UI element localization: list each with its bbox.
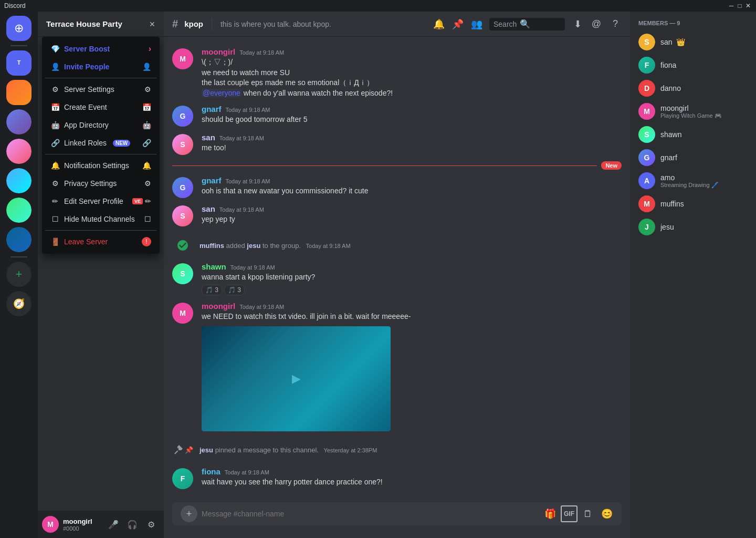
privacy-icon-right: ⚙ bbox=[144, 179, 151, 188]
member-item-shawn[interactable]: S shawn bbox=[634, 123, 752, 146]
app-dir-icon: 🤖 bbox=[50, 120, 60, 130]
message-time: Today at 9:18 AM bbox=[226, 107, 270, 113]
server-header[interactable]: Terrace House Party ✕ bbox=[38, 12, 164, 37]
deafen-button[interactable]: 🎧 bbox=[124, 516, 141, 533]
message-time: Today at 9:18 AM bbox=[225, 469, 269, 475]
member-avatar-moongirl: M bbox=[638, 103, 655, 120]
sticker-icon[interactable]: 🗒 bbox=[580, 505, 596, 522]
mention-everyone: @everyone bbox=[202, 89, 242, 97]
event-icon: 📅 bbox=[50, 102, 60, 112]
member-info-moongirl: moongirl Playing Witch Game 🎮 bbox=[660, 104, 748, 119]
settings-icon-right: ⚙ bbox=[144, 85, 151, 94]
message-group: S san Today at 9:18 AM yep yep ty bbox=[164, 202, 630, 229]
bell-icon[interactable]: 🔔 bbox=[433, 18, 445, 30]
member-item-san[interactable]: S san 👑 bbox=[634, 30, 752, 54]
pin-icon[interactable]: 📌 bbox=[452, 18, 464, 30]
message-text: should be good tomorrow after 5 bbox=[202, 115, 622, 125]
add-server-button[interactable]: + bbox=[6, 262, 32, 287]
member-item-gnarf[interactable]: G gnarf bbox=[634, 146, 752, 169]
dropdown-divider-2 bbox=[45, 154, 156, 154]
maximize-button[interactable]: □ bbox=[736, 2, 743, 9]
message-author: moongirl bbox=[202, 302, 235, 311]
member-item-muffins[interactable]: M muffins bbox=[634, 192, 752, 215]
close-button[interactable]: ✕ bbox=[744, 2, 752, 9]
video-embed[interactable]: ▶ bbox=[202, 326, 391, 431]
server-name: Terrace House Party bbox=[46, 19, 122, 28]
system-actor2: jesu bbox=[247, 242, 260, 250]
channel-sidebar: Terrace House Party ✕ 💎 Server Boost › 👤… bbox=[38, 12, 164, 538]
member-info-gnarf: gnarf bbox=[660, 153, 748, 162]
member-item-amo[interactable]: A amo Streaming Drawing 🖊️ bbox=[634, 169, 752, 192]
help-icon[interactable]: ? bbox=[609, 18, 622, 30]
server-icon-5[interactable] bbox=[6, 198, 32, 223]
members-icon[interactable]: 👥 bbox=[470, 18, 483, 30]
message-text-4: @everyone when do y'all wanna watch the … bbox=[202, 88, 622, 99]
dropdown-item-privacy-settings[interactable]: ⚙ Privacy Settings ⚙ bbox=[45, 174, 156, 192]
titlebar: Discord ─ □ ✕ bbox=[0, 0, 756, 12]
member-info-jesu: jesu bbox=[660, 223, 748, 231]
member-item-jesu[interactable]: J jesu bbox=[634, 215, 752, 239]
member-item-fiona[interactable]: F fiona bbox=[634, 54, 752, 77]
message-input[interactable] bbox=[202, 504, 538, 523]
dropdown-item-app-directory[interactable]: 🤖 App Directory 🤖 bbox=[45, 116, 156, 134]
gift-icon[interactable]: 🎁 bbox=[542, 505, 559, 522]
gif-icon[interactable]: GIF bbox=[561, 505, 578, 522]
server-icon-3[interactable] bbox=[6, 139, 32, 164]
dropdown-item-privacy-label: Privacy Settings bbox=[64, 179, 117, 188]
dropdown-item-hide-label: Hide Muted Channels bbox=[64, 215, 135, 223]
message-content: shawn Today at 9:18 AM wanna start a kpo… bbox=[202, 262, 622, 295]
member-avatar-danno: D bbox=[638, 80, 655, 97]
server-icon-4[interactable] bbox=[6, 168, 32, 193]
message-group: F fiona Today at 9:18 AM wait have you s… bbox=[164, 465, 630, 491]
reaction-2[interactable]: 🎵 3 bbox=[224, 285, 245, 295]
chat-header: # kpop this is where you talk. about kpo… bbox=[164, 12, 630, 37]
dropdown-item-notification-settings[interactable]: 🔔 Notification Settings 🔔 bbox=[45, 157, 156, 174]
system-time: Today at 9:18 AM bbox=[306, 243, 351, 249]
message-content: san Today at 9:18 AM me too! bbox=[202, 133, 622, 155]
member-item-danno[interactable]: D danno bbox=[634, 77, 752, 100]
user-info: moongirl #0000 bbox=[63, 518, 101, 532]
dropdown-item-linked-roles[interactable]: 🔗 Linked Roles NEW 🔗 bbox=[45, 134, 156, 152]
message-content: moongirl Today at 9:18 AM we NEED to wat… bbox=[202, 302, 622, 431]
dropdown-item-hide-muted[interactable]: ☐ Hide Muted Channels ☐ bbox=[45, 210, 156, 228]
member-avatar-gnarf: G bbox=[638, 149, 655, 166]
mute-button[interactable]: 🎤 bbox=[105, 516, 122, 533]
hide-muted-icon: ☐ bbox=[50, 214, 60, 224]
window-controls[interactable]: ─ □ ✕ bbox=[728, 2, 752, 9]
message-time: Today at 9:18 AM bbox=[239, 49, 284, 56]
user-controls: 🎤 🎧 ⚙ bbox=[105, 516, 160, 533]
dropdown-item-server-boost[interactable]: 💎 Server Boost › bbox=[45, 40, 156, 58]
add-attachment-button[interactable]: + bbox=[181, 505, 197, 522]
message-author: fiona bbox=[202, 467, 220, 476]
server-icon-6[interactable] bbox=[6, 227, 32, 252]
dropdown-item-create-event[interactable]: 📅 Create Event 📅 bbox=[45, 98, 156, 116]
emoji-icon[interactable]: 😊 bbox=[598, 505, 615, 522]
server-icon-2[interactable] bbox=[6, 109, 32, 134]
dropdown-item-edit-profile[interactable]: ✏ Edit Server Profile VE ✏ bbox=[45, 192, 156, 210]
members-sidebar: MEMBERS — 9 S san 👑 F fiona D bbox=[630, 12, 756, 538]
inbox-icon[interactable]: ⬇ bbox=[571, 18, 584, 30]
server-icon-1[interactable] bbox=[6, 80, 32, 105]
notif-icon-right: 🔔 bbox=[142, 161, 151, 170]
dropdown-item-leave-server[interactable]: 🚪 Leave Server ! bbox=[45, 233, 156, 251]
avatar: G bbox=[172, 106, 193, 127]
user-settings-button[interactable]: ⚙ bbox=[143, 516, 160, 533]
header-divider bbox=[212, 18, 212, 30]
mention-icon[interactable]: @ bbox=[590, 18, 603, 30]
message-group: G gnarf Today at 9:18 AM should be good … bbox=[164, 102, 630, 129]
reaction-1[interactable]: 🎵 3 bbox=[202, 285, 222, 295]
dropdown-item-server-settings[interactable]: ⚙ Server Settings ⚙ bbox=[45, 80, 156, 98]
chat-input-box: + 🎁 GIF 🗒 😊 bbox=[172, 502, 622, 525]
member-item-moongirl[interactable]: M moongirl Playing Witch Game 🎮 bbox=[634, 100, 752, 123]
message-group: M moongirl Today at 9:18 AM we NEED to w… bbox=[164, 299, 630, 433]
dropdown-item-linked-label: Linked Roles bbox=[64, 139, 107, 147]
server-icon-terrace[interactable]: T bbox=[6, 50, 32, 76]
explore-servers-button[interactable]: 🧭 bbox=[6, 291, 32, 316]
linked-roles-icon-right: 🔗 bbox=[142, 139, 151, 147]
message-content: gnarf Today at 9:18 AM ooh is that a new… bbox=[202, 176, 622, 198]
dropdown-item-invite[interactable]: 👤 Invite People 👤 bbox=[45, 58, 156, 76]
server-icon-discord[interactable]: ⊕ bbox=[6, 16, 32, 41]
checkbox-icon: ☐ bbox=[144, 215, 151, 223]
minimize-button[interactable]: ─ bbox=[728, 2, 735, 9]
search-bar[interactable]: Search 🔍 bbox=[489, 18, 565, 30]
